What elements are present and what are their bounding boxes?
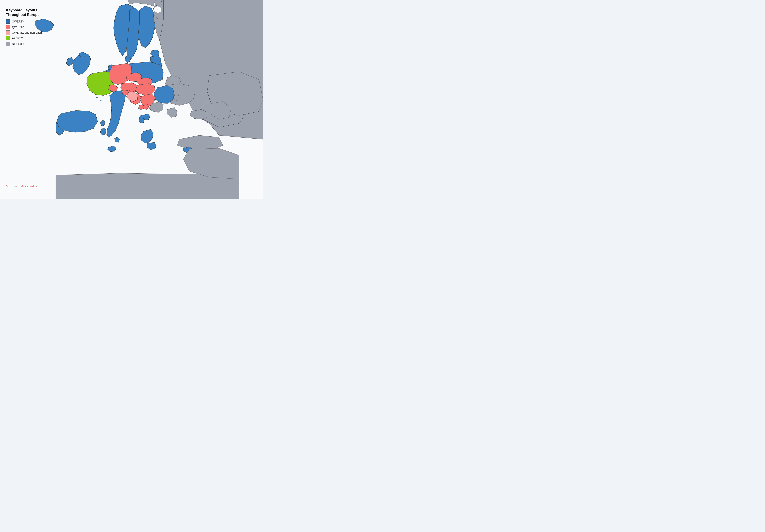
legend: Keyboard Layouts Throughout Europe QWERT… [6, 8, 46, 47]
source-text: Source: Wikipedia [6, 185, 38, 188]
hungary [136, 84, 155, 95]
legend-swatch [6, 30, 10, 35]
map-container: Keyboard Layouts Throughout Europe QWERT… [0, 0, 263, 199]
legend-item: QWERTZ [6, 25, 46, 29]
legend-item: QWERTY [6, 19, 46, 24]
legend-label: QWERTY [12, 20, 24, 23]
legend-swatch [6, 25, 10, 29]
legend-item: QWERTZ and non-Latin [6, 30, 46, 35]
legend-label: QWERTZ and non-Latin [12, 31, 42, 34]
latvia [150, 56, 161, 63]
legend-swatch [6, 19, 10, 24]
legend-item: AZERTY [6, 36, 46, 40]
legend-title: Keyboard Layouts Throughout Europe [6, 8, 46, 17]
legend-item: Non-Latin [6, 42, 46, 46]
legend-items: QWERTY QWERTZ QWERTZ and non-Latin AZERT… [6, 19, 46, 46]
balearic-dot [100, 100, 101, 101]
spain [57, 111, 98, 133]
legend-label: AZERTY [12, 37, 23, 40]
balearic-islands [96, 97, 98, 98]
legend-swatch [6, 42, 10, 46]
legend-label: Non-Latin [12, 42, 24, 45]
legend-label: QWERTZ [12, 26, 24, 29]
legend-swatch [6, 36, 10, 40]
